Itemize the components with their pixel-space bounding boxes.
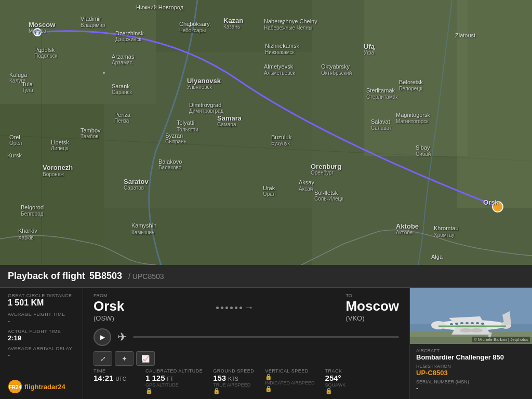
ground-speed-col: GROUND SPEED 153 KTS TRUE AIRSPEED 🔒 <box>213 368 255 394</box>
registration-row: REGISTRATION UP-C8503 <box>416 364 526 377</box>
gps-alt-label: GPS ALTITUDE <box>145 382 203 388</box>
vertical-speed-col: VERTICAL SPEED 🔒 INDICATED AIRSPEED 🔒 <box>265 368 314 394</box>
dots-line: → <box>216 302 254 313</box>
settings-button[interactable]: ✦ <box>115 351 134 366</box>
fr24-text: flightradar24 <box>24 383 65 391</box>
playback-label: Playback of flight <box>8 271 85 282</box>
center-info: FROM Orsk (OSW) → TO <box>83 288 410 399</box>
dot-6 <box>240 307 242 309</box>
svg-point-31 <box>431 321 446 329</box>
from-code: (OSW) <box>94 314 124 322</box>
aircraft-type-value: Bombardier Challenger 850 <box>416 353 526 361</box>
registration-value: UP-C8503 <box>416 369 526 377</box>
dot-3 <box>225 307 228 309</box>
aircraft-details: AIRCRAFT Bombardier Challenger 850 REGIS… <box>410 344 532 399</box>
serial-value: - <box>416 384 526 392</box>
svg-text:FR24: FR24 <box>9 384 22 390</box>
indicated-airspeed-lock: 🔒 <box>265 385 272 392</box>
svg-point-13 <box>493 202 503 212</box>
cal-alt-unit: FT <box>167 376 174 382</box>
flight-code: / UPC8503 <box>128 272 164 281</box>
flight-number: 5B8503 <box>89 271 122 282</box>
squawk-value: 🔒 <box>325 388 367 394</box>
from-city: Orsk <box>94 298 124 314</box>
play-button[interactable]: ▶ <box>94 328 111 346</box>
vertical-speed-label: VERTICAL SPEED <box>265 368 314 374</box>
gps-alt-value: 🔒 <box>145 388 203 394</box>
map-area[interactable]: Moscow Москва Podolsk Подольск Kaluga Ка… <box>0 0 532 265</box>
svg-point-41 <box>471 322 474 324</box>
time-value: 14:21 <box>94 374 113 382</box>
cal-alt-col: CALIBRATED ALTITUDE 1 125 FT GPS ALTITUD… <box>145 368 203 394</box>
track-label: TRACK <box>325 368 367 374</box>
avg-flight-label: AVERAGE FLIGHT TIME <box>8 312 75 317</box>
great-circle-label: GREAT CIRCLE DISTANCE <box>8 293 75 298</box>
vertical-speed-value: 🔒 <box>265 374 314 380</box>
settings-icon: ✦ <box>122 355 127 363</box>
from-block: FROM Orsk (OSW) <box>94 293 124 322</box>
serial-label: SERIAL NUMBER (MSN) <box>416 379 526 384</box>
logo-area: FR24 flightradar24 <box>8 375 75 394</box>
avg-flight-block: AVERAGE FLIGHT TIME - <box>8 312 75 325</box>
flight-data-row: TIME 14:21 UTC CALIBRATED ALTITUDE 1 125… <box>94 368 399 394</box>
ground-speed-value: 153 <box>213 374 226 382</box>
toolbar-row: ⤢ ✦ 📈 <box>94 351 399 366</box>
gps-alt-lock: 🔒 <box>145 388 153 394</box>
svg-point-39 <box>460 322 463 324</box>
track-col: TRACK 254° SQUAWK 🔒 <box>325 368 367 394</box>
photo-credit: © Michele Barban | Jetphotos <box>472 337 530 342</box>
expand-button[interactable]: ⤢ <box>94 351 112 366</box>
time-unit: UTC <box>115 376 126 382</box>
cal-alt-value: 1 125 <box>145 374 165 382</box>
great-circle-block: GREAT CIRCLE DISTANCE 1 501 KM <box>8 293 75 308</box>
ground-speed-unit: KTS <box>228 376 238 382</box>
indicated-airspeed-value: 🔒 <box>265 385 314 392</box>
true-airspeed-lock: 🔒 <box>213 388 220 394</box>
svg-point-45 <box>470 328 483 332</box>
track-value: 254° <box>325 374 367 382</box>
true-airspeed-label: TRUE AIRSPEED <box>213 382 255 388</box>
right-info: © Michele Barban | Jetphotos AIRCRAFT Bo… <box>410 288 532 399</box>
actual-flight-block: ACTUAL FLIGHT TIME 2:19 <box>8 329 75 342</box>
true-airspeed-value: 🔒 <box>213 388 255 394</box>
dot-4 <box>230 307 233 309</box>
to-block: TO Moscow (VKO) <box>345 293 399 322</box>
avg-delay-label: AVERAGE ARRIVAL DELAY <box>8 346 75 351</box>
bottom-panel: Playback of flight 5B8503 / UPC8503 GREA… <box>0 265 532 399</box>
time-label: TIME <box>94 368 135 374</box>
svg-point-38 <box>455 323 458 325</box>
expand-icon: ⤢ <box>100 355 106 363</box>
serial-row: SERIAL NUMBER (MSN) - <box>416 379 526 392</box>
actual-flight-value: 2:19 <box>8 334 75 342</box>
to-city: Moscow <box>345 298 399 314</box>
svg-point-10 <box>36 31 39 34</box>
avg-delay-value: - <box>8 351 75 359</box>
aircraft-type-label: AIRCRAFT <box>416 348 526 353</box>
playback-controls: ▶ ✈ <box>94 328 399 346</box>
chart-icon: 📈 <box>141 355 150 363</box>
fr24-logo: FR24 flightradar24 <box>8 379 65 394</box>
chart-button[interactable]: 📈 <box>136 351 155 366</box>
avg-flight-value: - <box>8 317 75 325</box>
registration-label: REGISTRATION <box>416 364 526 369</box>
svg-point-40 <box>466 322 469 324</box>
actual-flight-label: ACTUAL FLIGHT TIME <box>8 329 75 334</box>
aircraft-type-row: AIRCRAFT Bombardier Challenger 850 <box>416 348 526 361</box>
title-bar: Playback of flight 5B8503 / UPC8503 <box>0 265 532 288</box>
progress-bar[interactable] <box>133 336 399 338</box>
avg-delay-block: AVERAGE ARRIVAL DELAY - <box>8 346 75 359</box>
route-arrow: → <box>129 302 340 313</box>
svg-point-43 <box>481 323 484 325</box>
main-content: GREAT CIRCLE DISTANCE 1 501 KM AVERAGE F… <box>0 288 532 399</box>
arrow-symbol: → <box>244 302 254 313</box>
dot-1 <box>216 307 219 309</box>
ground-speed-label: GROUND SPEED <box>213 368 255 374</box>
left-stats: GREAT CIRCLE DISTANCE 1 501 KM AVERAGE F… <box>0 288 83 399</box>
dot-2 <box>221 307 223 309</box>
svg-point-37 <box>450 323 453 325</box>
great-circle-value: 1 501 KM <box>8 298 75 308</box>
aircraft-photo-svg <box>410 288 532 344</box>
indicated-airspeed-label: INDICATED AIRSPEED <box>265 380 314 385</box>
svg-point-42 <box>476 322 479 324</box>
vertical-speed-lock: 🔒 <box>265 374 272 380</box>
